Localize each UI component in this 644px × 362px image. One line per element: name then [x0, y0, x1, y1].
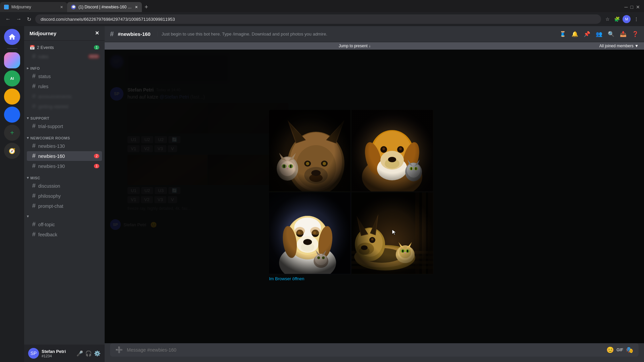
category-newcomer[interactable]: ▾ NEWCOMER ROOMS [24, 134, 105, 141]
category-info[interactable]: ▸ INFO [24, 64, 105, 71]
channel-name-offtopic: off-topic [38, 222, 55, 227]
channel-list: 📅 2 Events 1 # rules NEW ▸ INFO # statu [24, 41, 105, 345]
open-browser-link[interactable]: Im Browser öffnen [269, 276, 433, 281]
server-header[interactable]: Midjourney ✕ [24, 26, 105, 41]
channel-name-discussion: discussion [38, 183, 60, 189]
channel-item-discussion[interactable]: # discussion [27, 181, 102, 191]
sticker-icon[interactable]: 🎭 [625, 345, 635, 355]
channel-item-newbies-160[interactable]: # newbies-160 2 [27, 151, 102, 161]
channel-item-hidden2[interactable]: # getting-started [27, 102, 102, 111]
popup-image-container: Im Browser öffnen [269, 110, 433, 281]
hashtag-icon: # [32, 53, 36, 60]
trial-support-hashtag: # [32, 123, 36, 130]
profile-icon[interactable]: M [623, 15, 631, 23]
channel-item-philosophy[interactable]: # philosophy [27, 191, 102, 201]
channel-name-status: status [38, 74, 51, 79]
support-collapse-icon: ▾ [27, 116, 29, 120]
inbox-icon[interactable]: 📥 [620, 31, 627, 37]
members-icon[interactable]: 👥 [596, 31, 602, 37]
channel-item-newbies-130[interactable]: # newbies-130 [27, 141, 102, 151]
forward-button[interactable]: → [15, 15, 23, 23]
newcomer-collapse-icon: ▾ [27, 136, 29, 140]
notification-icon[interactable]: 🔔 [572, 31, 578, 37]
popup-image-4[interactable] [352, 192, 433, 274]
pin-icon[interactable]: 📌 [584, 31, 590, 37]
close-button[interactable]: ✕ [636, 4, 640, 10]
popup-image-3[interactable] [269, 192, 351, 274]
channel-item-hidden1[interactable]: # announcements [27, 92, 102, 101]
channel-name-hidden2: getting-started [38, 104, 68, 109]
browser-tabs: 🌐 Midjourney ✕ 💬 (1) Discord | #newbies-… [0, 0, 644, 12]
messages-area[interactable]: SP SP Stefan Petri Today at 14:40 hund a… [105, 50, 644, 343]
server-icon-add[interactable]: + [4, 125, 20, 141]
user-panel: SP Stefan Petri #1234 🎤 🎧 ⚙️ [24, 345, 105, 362]
server-icon-2[interactable]: AI [4, 70, 20, 86]
newbies160-hashtag: # [32, 153, 36, 160]
server-icon-3[interactable] [4, 88, 20, 105]
tab-close-mj[interactable]: ✕ [60, 5, 63, 9]
server-list: AI + 🧭 [0, 26, 24, 362]
feedback-hashtag: # [32, 231, 36, 238]
tab-label-mj: Midjourney [11, 5, 31, 9]
svg-rect-106 [352, 192, 433, 274]
discussion-hashtag: # [32, 182, 36, 189]
input-bar: ➕ 😊 GIF 🎭 [110, 343, 639, 357]
promptchat-hashtag: # [32, 202, 36, 209]
hidden1-hashtag-icon: # [32, 93, 36, 100]
url-bar[interactable] [35, 14, 601, 24]
refresh-button[interactable]: ↻ [25, 15, 33, 24]
message-input[interactable] [124, 343, 605, 357]
svg-rect-71 [269, 192, 351, 274]
maximize-button[interactable]: □ [631, 4, 633, 10]
thread-icon[interactable]: 🧵 [559, 31, 566, 37]
channel-item-feedback[interactable]: # feedback [27, 230, 102, 239]
search-icon[interactable]: 🔍 [608, 31, 614, 37]
header-actions: 🧵 🔔 📌 👥 🔍 📥 ❓ [559, 31, 639, 37]
category-topic[interactable]: ▾ [24, 212, 105, 219]
channel-item-rules[interactable]: # rules [27, 81, 102, 91]
deafen-icon[interactable]: 🎧 [85, 350, 92, 357]
misc-label: MISC [31, 176, 41, 180]
tab-favicon-discord: 💬 [71, 5, 76, 9]
bookmark-icon[interactable]: ☆ [604, 15, 611, 23]
gif-icon[interactable]: GIF [615, 346, 625, 354]
server-icon-home[interactable] [4, 29, 20, 45]
add-attachment-icon[interactable]: ➕ [114, 345, 124, 355]
category-support[interactable]: ▾ SUPPORT [24, 114, 105, 121]
emoji-icon[interactable]: 😊 [605, 345, 615, 355]
settings-user-icon[interactable]: ⚙️ [94, 350, 101, 357]
settings-icon[interactable]: ⋮ [633, 15, 640, 23]
channel-item-rules-new[interactable]: # rules NEW [27, 52, 102, 61]
extensions-icon[interactable]: 🧩 [613, 15, 621, 23]
channel-item-offtopic[interactable]: # off-topic [27, 220, 102, 229]
image-popup-overlay[interactable]: Im Browser öffnen [105, 50, 644, 343]
server-icon-4[interactable] [4, 107, 20, 123]
minimize-button[interactable]: ─ [625, 4, 628, 10]
jump-banner[interactable]: Jump to present ↓ All joined members ▼ [105, 42, 644, 50]
server-icon-explore[interactable]: 🧭 [4, 143, 20, 159]
channel-name-newbies160: newbies-160 [38, 154, 65, 159]
channel-item-trial-support[interactable]: # trial-support [27, 121, 102, 131]
channel-item-newbies-190[interactable]: # newbies-190 1 [27, 161, 102, 171]
popup-image-2[interactable] [352, 110, 433, 192]
events-label: 2 Events [37, 45, 54, 50]
popup-grid [269, 110, 433, 274]
tab-label-discord: (1) Discord | #newbies-160 | Mid... [78, 5, 132, 9]
mute-icon[interactable]: 🎤 [76, 350, 83, 357]
channel-item-status[interactable]: # status [27, 71, 102, 81]
channel-name-rules: rules [38, 84, 48, 89]
new-tab-button[interactable]: + [142, 4, 151, 11]
tab-midjourney[interactable]: 🌐 Midjourney ✕ [0, 2, 67, 12]
server-divider [7, 48, 17, 49]
popup-image-1[interactable] [269, 110, 351, 192]
tab-close-discord[interactable]: ✕ [135, 5, 138, 9]
channel-item-events[interactable]: 📅 2 Events 1 [27, 44, 102, 51]
back-button[interactable]: ← [4, 15, 12, 23]
category-misc[interactable]: ▾ MISC [24, 174, 105, 181]
channel-header: # #newbies-160 Just begin to use this bo… [105, 26, 644, 42]
channel-item-prompt-chat[interactable]: # prompt-chat [27, 201, 102, 211]
tab-discord[interactable]: 💬 (1) Discord | #newbies-160 | Mid... ✕ [67, 2, 142, 12]
jump-banner-text: Jump to present ↓ [339, 44, 371, 48]
server-icon-midjourney[interactable] [4, 52, 20, 68]
help-icon[interactable]: ❓ [632, 31, 639, 37]
